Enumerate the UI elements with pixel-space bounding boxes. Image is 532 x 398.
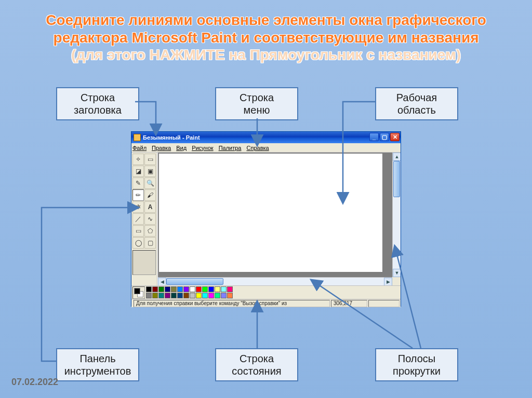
scroll-down-icon[interactable]: ▼ [393, 269, 401, 277]
fg-bg-indicator[interactable] [132, 286, 145, 299]
scroll-left-icon[interactable]: ◀ [158, 278, 166, 285]
color-palette[interactable] [131, 285, 401, 299]
color-swatch[interactable] [146, 293, 152, 298]
tool-rectangle-icon[interactable]: ▭ [132, 225, 144, 237]
color-swatch[interactable] [227, 293, 233, 298]
tool-brush-icon[interactable]: 🖌 [144, 189, 156, 201]
paint-title-text: Безымянный - Paint [143, 134, 200, 141]
color-swatch[interactable] [165, 293, 170, 298]
color-swatch[interactable] [190, 286, 195, 292]
title-line3: (для этого НАЖМИТЕ на Прямоугольник с на… [71, 47, 461, 63]
color-swatch[interactable] [215, 293, 220, 298]
menu-item[interactable]: Палитра [219, 145, 242, 151]
tool-magnify-icon[interactable]: 🔍 [144, 177, 156, 189]
paint-canvas-area[interactable]: ▲ ▼ ◀ ▶ [157, 153, 401, 285]
menu-item[interactable]: Файл [132, 145, 147, 151]
color-swatch[interactable] [227, 286, 233, 292]
paint-status-bar: Для получения справки выберите команду "… [131, 299, 401, 307]
label-status-bar[interactable]: Строка состояния [215, 348, 298, 381]
label-scrollbars[interactable]: Полосы прокрутки [375, 348, 458, 381]
paint-canvas[interactable] [159, 154, 382, 272]
color-swatch[interactable] [177, 286, 183, 292]
color-swatch[interactable] [146, 286, 152, 292]
menu-item[interactable]: Рисунок [192, 145, 214, 151]
label-menu-bar[interactable]: Строка меню [215, 87, 298, 120]
color-swatch[interactable] [190, 293, 195, 298]
slide-title: Соедините линиями основные элементы окна… [16, 11, 516, 64]
color-swatch[interactable] [196, 293, 202, 298]
color-swatch[interactable] [183, 293, 189, 298]
paint-app-icon [134, 134, 141, 141]
tool-rect-select-icon[interactable]: ▭ [144, 154, 156, 165]
scroll-corner [392, 277, 401, 285]
color-swatch[interactable] [171, 286, 177, 292]
status-coords: 306,217 [331, 300, 367, 307]
tool-fill-icon[interactable]: ▣ [144, 166, 156, 177]
label-work-area[interactable]: Рабочая область [375, 87, 458, 120]
close-button[interactable]: ✕ [390, 133, 400, 141]
fg-color-icon [134, 288, 140, 294]
color-swatch[interactable] [221, 293, 227, 298]
title-line2: редактора Microsoft Paint и соответствую… [54, 30, 479, 46]
paint-title-bar[interactable]: Безымянный - Paint _ ▢ ✕ [131, 132, 401, 143]
tool-ellipse-icon[interactable]: ◯ [132, 237, 144, 249]
color-swatch[interactable] [158, 293, 164, 298]
tool-free-select-icon[interactable]: ✧ [132, 154, 144, 165]
paint-window: Безымянный - Paint _ ▢ ✕ Файл Правка Вид… [131, 131, 401, 307]
color-swatch[interactable] [215, 286, 220, 292]
status-message: Для получения справки выберите команду "… [134, 300, 330, 307]
tool-picker-icon[interactable]: ✎ [132, 177, 144, 189]
tool-text-icon[interactable]: A [144, 201, 156, 213]
menu-item[interactable]: Справка [247, 145, 269, 151]
label-title-bar[interactable]: Строка заголовка [56, 87, 139, 120]
scroll-thumb[interactable] [393, 161, 400, 197]
color-swatch[interactable] [196, 286, 202, 292]
vertical-scrollbar[interactable]: ▲ ▼ [392, 153, 401, 277]
color-swatch[interactable] [202, 293, 208, 298]
tool-line-icon[interactable]: ／ [132, 213, 144, 225]
color-swatch[interactable] [202, 286, 208, 292]
tool-options[interactable] [132, 250, 156, 275]
menu-item[interactable]: Вид [176, 145, 187, 151]
color-swatch[interactable] [152, 286, 158, 292]
status-empty-cell [368, 300, 400, 307]
scroll-up-icon[interactable]: ▲ [393, 153, 401, 161]
color-swatch[interactable] [208, 293, 214, 298]
title-line1: Соедините линиями основные элементы окна… [46, 12, 486, 28]
tool-polygon-icon[interactable]: ⬠ [144, 225, 156, 237]
paint-toolbox[interactable]: ✧ ▭ ◪ ▣ ✎ 🔍 ✏ 🖌 ✲ A ／ ∿ ▭ ⬠ ◯ ▢ [131, 153, 157, 285]
paint-menu-bar[interactable]: Файл Правка Вид Рисунок Палитра Справка [131, 143, 401, 153]
tool-rounded-rect-icon[interactable]: ▢ [144, 237, 156, 249]
color-swatch[interactable] [221, 286, 227, 292]
maximize-button[interactable]: ▢ [380, 133, 389, 141]
tool-eraser-icon[interactable]: ◪ [132, 166, 144, 177]
tool-curve-icon[interactable]: ∿ [144, 213, 156, 225]
scroll-thumb[interactable] [166, 278, 223, 285]
color-swatch[interactable] [183, 286, 189, 292]
color-swatch[interactable] [177, 293, 183, 298]
scroll-right-icon[interactable]: ▶ [384, 278, 392, 285]
minimize-button[interactable]: _ [369, 133, 379, 141]
color-swatch[interactable] [152, 293, 158, 298]
label-toolbox[interactable]: Панель инструментов [56, 348, 139, 381]
menu-item[interactable]: Правка [152, 145, 171, 151]
horizontal-scrollbar[interactable]: ◀ ▶ [158, 277, 392, 285]
tool-airbrush-icon[interactable]: ✲ [132, 201, 144, 213]
tool-pencil-icon[interactable]: ✏ [132, 189, 144, 201]
color-swatch[interactable] [171, 293, 177, 298]
slide-date: 07.02.2022 [11, 377, 58, 388]
color-swatch[interactable] [158, 286, 164, 292]
color-swatch[interactable] [208, 286, 214, 292]
color-swatch[interactable] [165, 286, 170, 292]
